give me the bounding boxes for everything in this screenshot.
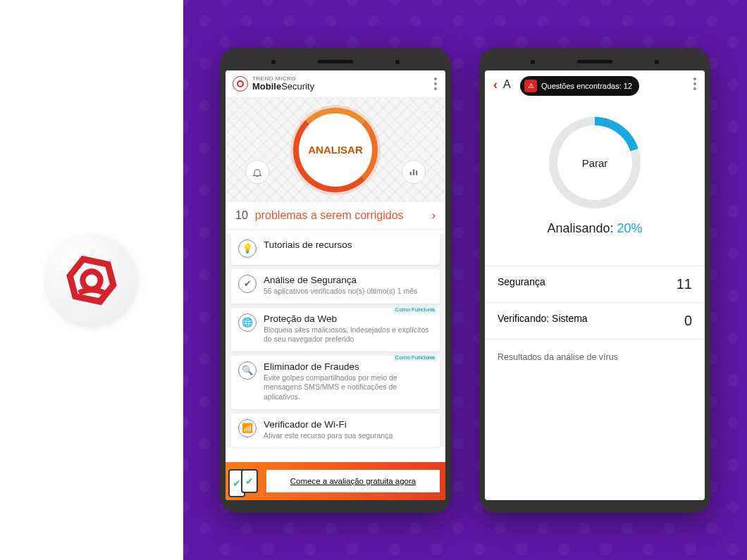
globe-icon: 🌐 xyxy=(238,313,257,332)
bell-icon xyxy=(252,166,263,178)
page-title-truncated: A xyxy=(503,78,511,91)
screen-home: TREND MICRO MobileSecurity ANALISAR xyxy=(226,70,445,500)
card-title: Eliminador de Fraudes xyxy=(264,361,433,372)
scan-stats: Segurança 11 Verificando: Sistema 0 Resu… xyxy=(485,266,705,375)
phone-home: TREND MICRO MobileSecurity ANALISAR xyxy=(220,48,451,513)
card-desc: Evite golpes compartilhados por meio de … xyxy=(264,373,433,402)
devices-icon: ✔ ✔ xyxy=(228,469,254,497)
card-fraud-eliminator[interactable]: Como Funciona 🔍 Eliminador de Fraudes Ev… xyxy=(231,356,440,409)
more-menu-button[interactable] xyxy=(434,77,437,90)
card-desc: Ativar este recurso para sua segurança xyxy=(264,431,393,441)
svg-rect-3 xyxy=(413,169,414,175)
card-title: Tutoriais de recursos xyxy=(264,239,352,250)
card-wifi-checker[interactable]: 📶 Verificador de Wi-Fi Ativar este recur… xyxy=(231,413,440,448)
notifications-button[interactable] xyxy=(245,160,269,184)
card-web-protection[interactable]: Como Funciona 🌐 Proteção da Web Bloqueia… xyxy=(231,308,440,351)
stop-label: Parar xyxy=(582,157,608,169)
scan-status: Analisando: 20% xyxy=(547,221,642,236)
feature-card-list: 💡 Tutoriais de recursos ✔ Análise de Seg… xyxy=(226,234,445,447)
scan-button-label: ANALISAR xyxy=(308,144,363,156)
status-percent: 20% xyxy=(617,221,643,235)
how-it-works-tag[interactable]: Como Funciona xyxy=(393,354,437,361)
start-trial-button[interactable]: Comece a avaliação gratuita agora xyxy=(266,470,440,492)
issues-found-toast[interactable]: ⚠ Questões encontradas: 12 xyxy=(520,76,639,96)
scan-header: ‹ A ⚠ Questões encontradas: 12 xyxy=(485,70,705,99)
scan-button[interactable]: ANALISAR xyxy=(293,108,378,192)
scan-hero: ANALISAR xyxy=(226,98,445,202)
toast-label: Questões encontradas: 12 xyxy=(541,82,632,90)
app-logo-icon xyxy=(233,76,248,92)
card-title: Verificador de Wi-Fi xyxy=(264,419,393,430)
trendmicro-logo-icon xyxy=(60,249,123,312)
back-button[interactable]: ‹ xyxy=(493,77,498,92)
svg-rect-4 xyxy=(416,170,417,175)
svg-point-1 xyxy=(237,81,243,87)
row-value: 11 xyxy=(677,276,692,292)
row-verifying: Verificando: Sistema 0 xyxy=(485,302,705,339)
problems-count: 10 xyxy=(235,209,248,222)
alert-icon: ⚠ xyxy=(524,80,537,92)
shield-check-icon: ✔ xyxy=(238,275,257,293)
results-section-label: Resultados da análise de vírus xyxy=(485,339,705,375)
chevron-right-icon: › xyxy=(432,209,436,222)
bars-icon xyxy=(409,167,419,177)
card-security-scan[interactable]: ✔ Análise de Segurança 56 aplicativos ve… xyxy=(231,269,440,304)
row-security: Segurança 11 xyxy=(485,266,705,302)
more-menu-button[interactable] xyxy=(693,77,696,90)
start-trial-label: Comece a avaliação gratuita agora xyxy=(290,477,416,485)
problems-label: problemas a serem corrigidos xyxy=(255,209,432,222)
card-desc: 56 aplicativos verificados no(s) último(… xyxy=(264,287,417,297)
wifi-icon: 📶 xyxy=(238,419,257,437)
app-header: TREND MICRO MobileSecurity xyxy=(226,70,445,98)
brand-product: MobileSecurity xyxy=(252,82,314,91)
phone-hardware-top xyxy=(485,54,705,70)
how-it-works-tag[interactable]: Como Funciona xyxy=(393,306,437,313)
screen-scanning: ‹ A ⚠ Questões encontradas: 12 Parar Ana… xyxy=(485,70,705,500)
card-title: Análise de Segurança xyxy=(264,275,417,285)
phone-scanning: ‹ A ⚠ Questões encontradas: 12 Parar Ana… xyxy=(479,48,710,513)
scan-progress-area: Parar Analisando: 20% xyxy=(485,99,705,254)
right-panel: TREND MICRO MobileSecurity ANALISAR xyxy=(183,0,747,560)
card-desc: Bloqueia sites maliciosos, indesejados e… xyxy=(264,325,433,344)
trial-cta-banner: ✔ ✔ Comece a avaliação gratuita agora xyxy=(226,462,445,500)
brand-text: TREND MICRO MobileSecurity xyxy=(252,76,314,91)
stop-scan-button[interactable]: Parar xyxy=(549,117,641,209)
lightbulb-icon: 💡 xyxy=(238,239,257,258)
svg-rect-2 xyxy=(410,172,412,175)
status-label: Analisando: xyxy=(547,221,613,235)
row-value: 0 xyxy=(684,313,692,329)
row-label: Verificando: Sistema xyxy=(498,313,588,329)
magnifier-icon: 🔍 xyxy=(238,361,257,380)
svg-point-0 xyxy=(82,271,100,289)
brand-logo xyxy=(46,235,137,326)
stats-button[interactable] xyxy=(402,160,426,184)
problems-row[interactable]: 10 problemas a serem corrigidos › xyxy=(226,202,445,230)
left-panel xyxy=(0,0,183,560)
row-label: Segurança xyxy=(498,276,545,292)
card-tutorials[interactable]: 💡 Tutoriais de recursos xyxy=(231,234,440,265)
phone-hardware-top xyxy=(226,54,445,70)
card-title: Proteção da Web xyxy=(264,313,433,324)
